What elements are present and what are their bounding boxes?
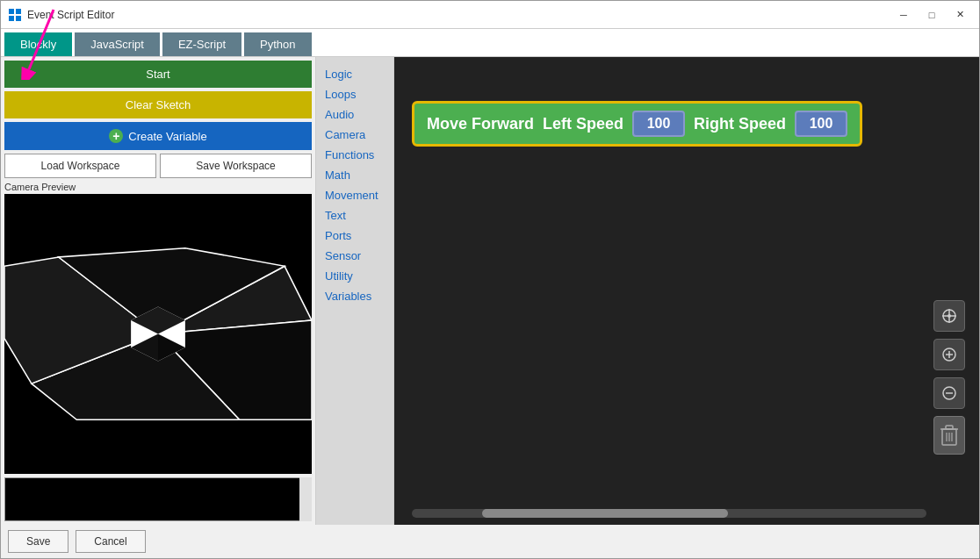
- category-functions[interactable]: Functions: [316, 145, 393, 165]
- category-audio[interactable]: Audio: [316, 104, 393, 125]
- tab-javascript[interactable]: JavaScript: [75, 32, 160, 56]
- save-workspace-button[interactable]: Save Workspace: [160, 154, 312, 178]
- workspace-controls: [933, 300, 965, 455]
- category-camera[interactable]: Camera: [316, 125, 393, 145]
- title-bar: Event Script Editor ─ □ ✕: [1, 1, 979, 29]
- cancel-button[interactable]: Cancel: [76, 530, 145, 553]
- tab-python[interactable]: Python: [244, 32, 311, 56]
- right-speed-input[interactable]: 100: [795, 111, 847, 137]
- camera-preview: [4, 194, 312, 474]
- plus-icon: +: [109, 129, 123, 143]
- minimize-button[interactable]: ─: [891, 6, 916, 24]
- move-forward-label: Move Forward: [427, 115, 534, 133]
- left-speed-input[interactable]: 100: [632, 111, 685, 137]
- scrollbar-thumb: [482, 509, 728, 518]
- category-panel: Logic Loops Audio Camera Functions Math …: [315, 57, 394, 525]
- crosshair-button[interactable]: [933, 300, 965, 332]
- category-logic[interactable]: Logic: [316, 64, 393, 84]
- svg-rect-3: [16, 16, 21, 21]
- trash-button[interactable]: [933, 416, 965, 455]
- svg-rect-1: [16, 9, 21, 14]
- tab-ezscript[interactable]: EZ-Script: [162, 32, 241, 56]
- category-variables[interactable]: Variables: [316, 286, 393, 306]
- left-panel: Start Clear Sketch + Create Variable Loa…: [1, 57, 315, 525]
- block-area[interactable]: Move Forward Left Speed 100 Right Speed …: [394, 57, 979, 525]
- category-movement[interactable]: Movement: [316, 185, 393, 205]
- tab-bar: Blockly JavaScript EZ-Script Python: [1, 29, 979, 57]
- zoom-out-button[interactable]: [933, 377, 965, 409]
- save-button[interactable]: Save: [8, 530, 68, 553]
- svg-point-18: [948, 314, 951, 318]
- create-variable-button[interactable]: + Create Variable: [4, 122, 312, 150]
- text-area-wrapper: [4, 477, 312, 521]
- camera-preview-label: Camera Preview: [1, 180, 315, 194]
- category-text[interactable]: Text: [316, 205, 393, 226]
- main-content: Start Clear Sketch + Create Variable Loa…: [1, 57, 979, 525]
- category-math[interactable]: Math: [316, 165, 393, 185]
- block-workspace: Move Forward Left Speed 100 Right Speed …: [394, 57, 979, 525]
- category-loops[interactable]: Loops: [316, 84, 393, 104]
- textarea-scrollbar[interactable]: [299, 477, 312, 521]
- load-workspace-button[interactable]: Load Workspace: [4, 154, 156, 178]
- category-ports[interactable]: Ports: [316, 226, 393, 246]
- main-window: Event Script Editor ─ □ ✕ Blockly JavaSc…: [0, 0, 980, 559]
- workspace-buttons: Load Workspace Save Workspace: [4, 154, 312, 178]
- window-controls: ─ □ ✕: [891, 6, 972, 24]
- move-forward-block[interactable]: Move Forward Left Speed 100 Right Speed …: [412, 101, 862, 147]
- bottom-buttons: Save Cancel: [1, 525, 979, 558]
- zoom-in-button[interactable]: [933, 339, 965, 370]
- close-button[interactable]: ✕: [948, 6, 972, 24]
- workspace-horizontal-scrollbar[interactable]: [412, 509, 926, 518]
- left-speed-label: Left Speed: [543, 115, 623, 133]
- maximize-button[interactable]: □: [919, 6, 944, 24]
- tab-blockly[interactable]: Blockly: [4, 32, 72, 56]
- window-title: Event Script Editor: [27, 9, 891, 21]
- start-button[interactable]: Start: [4, 61, 312, 88]
- create-variable-label: Create Variable: [128, 130, 206, 143]
- app-icon: [8, 8, 22, 22]
- svg-rect-0: [9, 9, 14, 14]
- category-utility[interactable]: Utility: [316, 266, 393, 286]
- category-sensor[interactable]: Sensor: [316, 246, 393, 266]
- output-textarea[interactable]: [4, 477, 312, 521]
- right-speed-label: Right Speed: [694, 115, 786, 133]
- svg-rect-2: [9, 16, 14, 21]
- clear-sketch-button[interactable]: Clear Sketch: [4, 91, 312, 118]
- svg-rect-26: [946, 426, 953, 429]
